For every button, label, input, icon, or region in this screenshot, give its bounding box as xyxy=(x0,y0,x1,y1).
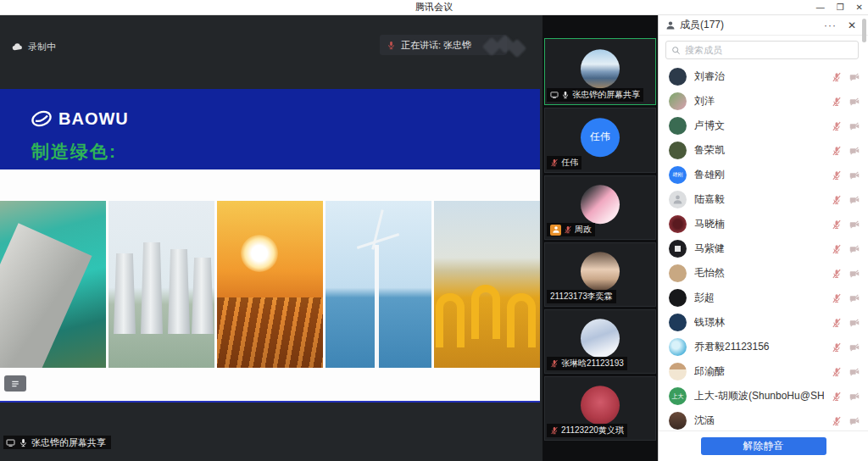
mic-muted-icon[interactable] xyxy=(832,170,842,181)
recording-label: 录制中 xyxy=(28,41,56,53)
camera-off-icon[interactable] xyxy=(849,392,860,402)
camera-off-icon[interactable] xyxy=(849,121,860,131)
member-row[interactable]: 钱璟林 xyxy=(659,310,868,335)
video-tile[interactable]: 21123220黄义琪 xyxy=(544,376,656,441)
camera-off-icon[interactable] xyxy=(849,97,860,107)
camera-off-icon[interactable] xyxy=(849,293,860,303)
close-button[interactable]: ✕ xyxy=(856,0,863,15)
member-row[interactable]: 鲁荣凯 xyxy=(659,138,868,163)
member-row[interactable]: 彭超 xyxy=(659,286,868,310)
unmute-button[interactable]: 解除静音 xyxy=(701,437,826,455)
camera-off-icon[interactable] xyxy=(849,416,860,426)
mic-muted-icon[interactable] xyxy=(832,219,842,230)
camera-off-icon[interactable] xyxy=(849,367,860,377)
mic-muted-icon[interactable] xyxy=(832,392,842,402)
mic-muted-icon[interactable] xyxy=(832,367,842,377)
mic-muted-icon[interactable] xyxy=(832,293,842,303)
member-row[interactable]: 沈涵 xyxy=(659,408,868,433)
tile-label: 21123220黄义琪 xyxy=(561,425,624,436)
camera-off-icon[interactable] xyxy=(849,170,860,181)
member-row[interactable]: 刘睿治 xyxy=(659,64,868,89)
mic-muted-icon[interactable] xyxy=(832,146,842,156)
camera-off-icon[interactable] xyxy=(849,244,860,254)
camera-off-icon[interactable] xyxy=(849,269,860,279)
camera-off-icon[interactable] xyxy=(849,219,860,230)
members-icon xyxy=(665,20,676,31)
avatar xyxy=(669,289,687,307)
panel-close-button[interactable]: ✕ xyxy=(848,19,856,31)
member-name: 马紫健 xyxy=(694,242,824,256)
avatar xyxy=(669,264,687,282)
camera-off-icon[interactable] xyxy=(849,72,860,82)
mic-muted-icon xyxy=(550,426,559,435)
annotation-toolbar-button[interactable] xyxy=(4,375,26,392)
mic-muted-icon[interactable] xyxy=(832,121,842,131)
avatar xyxy=(669,240,687,258)
mic-muted-icon xyxy=(550,158,559,167)
video-tile[interactable]: 21123173李奕霖 xyxy=(544,242,656,307)
mic-icon xyxy=(387,41,396,50)
video-tile[interactable]: 张琳晗21123193 xyxy=(544,309,656,374)
baowu-logo: BAOWU xyxy=(31,108,129,130)
avatar: 雄刚 xyxy=(669,166,687,184)
video-tile[interactable]: 周政 xyxy=(544,175,656,240)
slide-header: BAOWU 制造绿色: xyxy=(0,89,540,169)
member-name: 彭超 xyxy=(694,291,824,305)
member-list: 刘睿治 刘洋 卢博文 鲁荣凯 雄刚鲁雄刚 陆嘉毅 马晓楠 马紫健 毛怡然 彭超 … xyxy=(659,64,868,433)
member-row[interactable]: 刘洋 xyxy=(659,89,868,114)
speaking-label: 正在讲话: 张忠铧 xyxy=(401,39,471,52)
avatar xyxy=(669,142,687,159)
mic-icon xyxy=(19,438,28,447)
video-tile[interactable]: 任伟 任伟 xyxy=(544,108,656,173)
baowu-logo-text: BAOWU xyxy=(58,109,129,129)
panel-menu-button[interactable]: ··· xyxy=(824,19,837,31)
cloud-recording-icon xyxy=(12,42,23,53)
member-row[interactable]: 邱渝醣 xyxy=(659,359,868,384)
avatar xyxy=(669,215,687,233)
member-row[interactable]: 乔君毅21123156 xyxy=(659,335,868,359)
avatar xyxy=(669,68,687,86)
mic-muted-icon xyxy=(550,359,559,368)
member-row[interactable]: 毛怡然 xyxy=(659,261,868,286)
member-row[interactable]: 上大上大-胡顺波(ShunboHu@SHU) xyxy=(659,384,868,408)
tile-label: 张琳晗21123193 xyxy=(561,358,624,369)
search-icon xyxy=(671,46,681,55)
member-row[interactable]: 卢博文 xyxy=(659,114,868,138)
members-panel-footer: 解除静音 xyxy=(659,430,868,461)
avatar xyxy=(581,49,620,88)
maximize-button[interactable]: ❐ xyxy=(837,0,844,15)
avatar xyxy=(669,117,687,135)
panel-scrollbar[interactable] xyxy=(862,19,866,42)
avatar xyxy=(669,338,687,356)
mic-muted-icon[interactable] xyxy=(832,97,842,107)
member-search-box[interactable] xyxy=(665,41,859,59)
search-input[interactable] xyxy=(685,45,853,55)
minimize-button[interactable]: — xyxy=(816,0,825,15)
camera-off-icon[interactable] xyxy=(849,195,860,205)
mic-muted-icon[interactable] xyxy=(832,269,842,279)
camera-off-icon[interactable] xyxy=(849,146,860,156)
share-source-label: 张忠铧的屏幕共享 xyxy=(31,436,106,449)
mic-muted-icon[interactable] xyxy=(832,72,842,82)
avatar xyxy=(669,92,687,110)
avatar xyxy=(581,386,620,425)
video-tile-screen-share[interactable]: 张忠铧的屏幕共享 xyxy=(544,38,656,105)
member-row[interactable]: 马晓楠 xyxy=(659,212,868,236)
mic-muted-icon[interactable] xyxy=(832,416,842,426)
mic-muted-icon[interactable] xyxy=(832,244,842,254)
member-name: 鲁荣凯 xyxy=(694,143,824,158)
baowu-logo-icon xyxy=(31,108,53,130)
camera-off-icon[interactable] xyxy=(849,318,860,328)
window-title: 腾讯会议 xyxy=(415,1,453,14)
avatar xyxy=(669,412,687,430)
camera-off-icon[interactable] xyxy=(849,342,860,353)
mic-muted-icon[interactable] xyxy=(832,195,842,205)
member-row[interactable]: 马紫健 xyxy=(659,236,868,261)
mic-muted-icon[interactable] xyxy=(832,318,842,328)
member-row[interactable]: 陆嘉毅 xyxy=(659,187,868,212)
slide-image-hydro-dam xyxy=(0,201,106,368)
member-row[interactable]: 雄刚鲁雄刚 xyxy=(659,163,868,187)
tile-label: 周政 xyxy=(575,224,592,236)
mic-muted-icon[interactable] xyxy=(832,342,842,353)
slide-image-pipelines xyxy=(434,201,540,368)
